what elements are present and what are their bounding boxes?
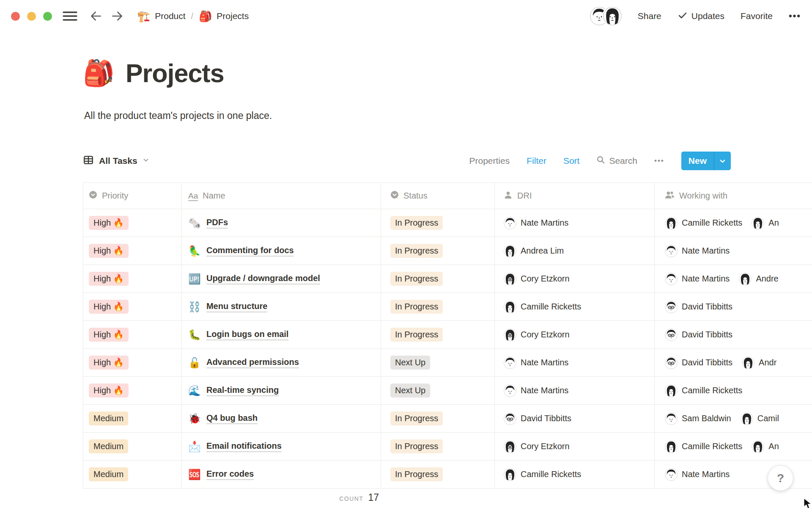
minimize-window-button[interactable]	[27, 12, 36, 21]
task-emoji-icon: 🦜	[188, 246, 201, 256]
dri-cell[interactable]: Camille Ricketts	[494, 293, 654, 320]
status-tag: Next Up	[390, 356, 430, 370]
task-name-link[interactable]: Q4 bug bash	[206, 413, 258, 424]
dri-cell[interactable]: Nate Martins	[494, 377, 654, 404]
share-button[interactable]: Share	[638, 11, 661, 21]
status-cell[interactable]: In Progress	[381, 237, 494, 265]
task-name-link[interactable]: Error codes	[206, 469, 254, 480]
dri-cell[interactable]: David Tibbitts	[494, 405, 654, 432]
name-cell[interactable]: 🐞Q4 bug bash	[181, 405, 381, 432]
count-calculation[interactable]: COUNT 17	[83, 492, 379, 503]
name-cell[interactable]: ⛓️Menu structure	[181, 293, 381, 320]
dri-cell[interactable]: Nate Martins	[494, 349, 654, 376]
task-name-link[interactable]: Advanced permissions	[206, 357, 299, 368]
task-name-link[interactable]: Login bugs on email	[206, 329, 288, 340]
working-with-cell[interactable]: David Tibbitts	[654, 321, 812, 348]
priority-cell[interactable]: Medium	[83, 405, 181, 432]
name-cell[interactable]: 🆘Error codes	[181, 461, 381, 488]
dri-cell[interactable]: Cory Etzkorn	[494, 433, 654, 460]
status-cell[interactable]: In Progress	[381, 265, 494, 293]
status-cell[interactable]: Next Up	[381, 349, 494, 376]
zoom-window-button[interactable]	[43, 12, 52, 21]
status-cell[interactable]: In Progress	[381, 293, 494, 320]
priority-cell[interactable]: High 🔥	[83, 293, 181, 320]
name-cell[interactable]: 🦜Commenting for docs	[181, 237, 381, 265]
task-emoji-icon: ⛓️	[188, 302, 201, 312]
help-button[interactable]: ?	[768, 466, 793, 491]
column-header-dri[interactable]: DRI	[494, 183, 654, 209]
sidebar-menu-icon[interactable]	[62, 10, 78, 22]
dri-cell[interactable]: Nate Martins	[494, 209, 654, 237]
properties-button[interactable]: Properties	[469, 156, 510, 166]
task-name-link[interactable]: Upgrade / downgrade model	[206, 273, 320, 284]
priority-cell[interactable]: High 🔥	[83, 265, 181, 293]
status-cell[interactable]: In Progress	[381, 321, 494, 348]
backpack-page-icon[interactable]: 🎒	[83, 61, 115, 86]
breadcrumb-item-product[interactable]: 🏗️ Product	[137, 11, 186, 22]
collaborator-avatars[interactable]	[590, 7, 622, 25]
name-cell[interactable]: 🗞️PDFs	[181, 209, 381, 237]
priority-cell[interactable]: High 🔥	[83, 237, 181, 265]
priority-tag: High 🔥	[89, 384, 129, 398]
task-name-link[interactable]: Commenting for docs	[206, 246, 294, 257]
select-property-icon	[390, 190, 399, 201]
column-header-status[interactable]: Status	[381, 183, 494, 209]
more-options-icon[interactable]: •••	[789, 11, 801, 22]
working-with-cell[interactable]: Nate Martins	[654, 237, 812, 265]
name-cell[interactable]: 📩Email notifications	[181, 433, 381, 460]
task-name-link[interactable]: Menu structure	[206, 301, 267, 312]
view-more-options-icon[interactable]: •••	[654, 157, 664, 165]
working-with-list: Nate Martins	[665, 468, 730, 481]
name-cell[interactable]: 🆙Upgrade / downgrade model	[181, 265, 381, 293]
updates-button[interactable]: Updates	[678, 10, 724, 22]
priority-cell[interactable]: High 🔥	[83, 209, 181, 237]
working-with-cell[interactable]: David Tibbitts	[654, 293, 812, 320]
working-with-cell[interactable]: Camille RickettsAn	[654, 433, 812, 460]
filter-button[interactable]: Filter	[527, 156, 546, 166]
status-cell[interactable]: In Progress	[381, 433, 494, 460]
working-with-cell[interactable]: David TibbittsAndr	[654, 349, 812, 376]
priority-cell[interactable]: High 🔥	[83, 349, 181, 376]
status-cell[interactable]: In Progress	[381, 209, 494, 237]
person-chip: Nate Martins	[504, 384, 568, 397]
favorite-button[interactable]: Favorite	[741, 11, 773, 21]
new-button[interactable]: New	[681, 152, 714, 170]
close-window-button[interactable]	[11, 12, 20, 21]
task-name-link[interactable]: Real-time syncing	[206, 385, 279, 396]
column-header-priority[interactable]: Priority	[83, 183, 181, 209]
person-chip: Camille Ricketts	[504, 468, 581, 481]
dri-cell[interactable]: Cory Etzkorn	[494, 321, 654, 348]
name-cell[interactable]: 🔓Advanced permissions	[181, 349, 381, 376]
task-name-link[interactable]: Email notifications	[206, 441, 282, 452]
working-with-cell[interactable]: Camille RickettsAn	[654, 209, 812, 237]
status-cell[interactable]: In Progress	[381, 461, 494, 488]
column-header-working[interactable]: Working with	[654, 183, 812, 209]
name-cell[interactable]: 🐛Login bugs on email	[181, 321, 381, 348]
priority-cell[interactable]: Medium	[83, 433, 181, 460]
dri-cell[interactable]: Camille Ricketts	[494, 461, 654, 488]
status-tag: In Progress	[390, 411, 443, 425]
priority-cell[interactable]: Medium	[83, 461, 181, 488]
dri-cell[interactable]: Cory Etzkorn	[494, 265, 654, 293]
person-chip: An	[752, 440, 779, 453]
breadcrumb-item-projects[interactable]: 🎒 Projects	[199, 11, 249, 22]
working-with-cell[interactable]: Sam BaldwinCamil	[654, 405, 812, 432]
status-tag: In Progress	[390, 439, 443, 453]
status-cell[interactable]: Next Up	[381, 377, 494, 404]
task-name-link[interactable]: PDFs	[206, 218, 228, 229]
forward-arrow-icon[interactable]	[110, 9, 124, 23]
view-switcher[interactable]: All Tasks	[83, 155, 149, 167]
column-header-name[interactable]: AaName	[181, 183, 381, 209]
priority-cell[interactable]: High 🔥	[83, 321, 181, 348]
back-arrow-icon[interactable]	[89, 9, 103, 23]
dri-cell[interactable]: Andrea Lim	[494, 237, 654, 265]
person-chip: Andr	[742, 356, 776, 369]
sort-button[interactable]: Sort	[563, 156, 580, 166]
working-with-cell[interactable]: Camille Ricketts	[654, 377, 812, 404]
search-button[interactable]: Search	[596, 155, 637, 166]
working-with-cell[interactable]: Nate MartinsAndre	[654, 265, 812, 293]
priority-cell[interactable]: High 🔥	[83, 377, 181, 404]
status-cell[interactable]: In Progress	[381, 405, 494, 432]
name-cell[interactable]: 🌊Real-time syncing	[181, 377, 381, 404]
new-dropdown-button[interactable]	[714, 152, 731, 170]
